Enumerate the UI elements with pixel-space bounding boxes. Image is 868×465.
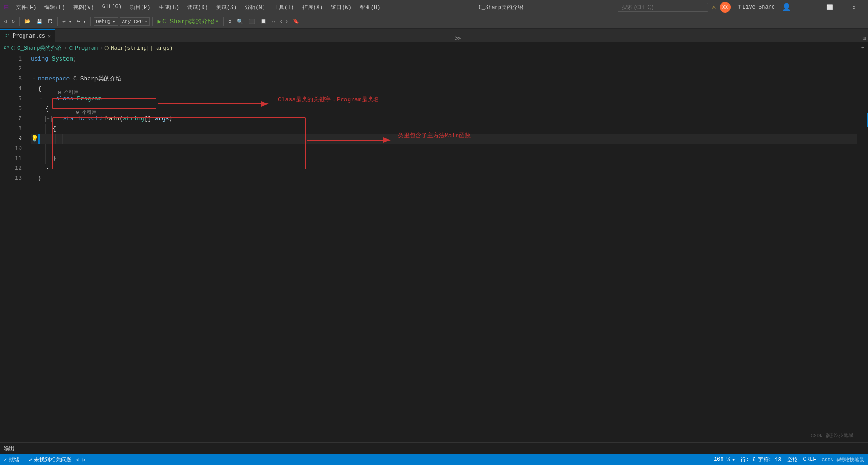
fold-method[interactable]: − — [45, 116, 52, 122]
menu-git[interactable]: Git(G) — [99, 2, 125, 13]
line-num-3: 3 — [0, 74, 22, 84]
line-numbers: 1 2 3 4 5 6 7 8 9 10 11 12 13 — [0, 54, 27, 442]
menu-build[interactable]: 生成(B) — [155, 2, 183, 13]
menu-file[interactable]: 文件(F) — [12, 2, 40, 13]
toolbar-save-all[interactable]: 🖫 — [46, 18, 55, 25]
code-line-7: 0 个引用 − static void Main ( string [] arg… — [31, 114, 857, 124]
toolbar-misc4[interactable]: 🔲 — [259, 18, 269, 25]
cpu-config-dropdown[interactable]: Any CPU ▾ — [120, 17, 150, 26]
line-num-1: 1 — [0, 54, 22, 64]
line-num-4: 4 — [0, 84, 22, 94]
kw-using: using — [31, 54, 48, 64]
status-ready[interactable]: ✓ 就绪 — [4, 456, 19, 464]
status-spaces[interactable]: 空格 — [787, 456, 798, 464]
expand-editor-button[interactable]: ⊞ — [861, 35, 868, 42]
breadcrumb-method[interactable]: ⬡ Main(string[] args) — [104, 45, 173, 52]
toolbar-bookmark[interactable]: 🔖 — [291, 18, 301, 25]
maximize-button[interactable]: ⬜ — [819, 0, 840, 14]
status-nav-prev[interactable]: ◁ — [75, 456, 79, 463]
breadcrumb-expand[interactable]: + — [861, 45, 864, 52]
menu-help[interactable]: 帮助(H) — [356, 2, 384, 13]
param-args: args — [155, 114, 169, 124]
line-num-8: 8 — [0, 124, 22, 134]
namespace-icon: ⬡ — [11, 45, 15, 52]
toolbar-misc6[interactable]: ⟺ — [278, 18, 289, 25]
toolbar-forward[interactable]: ▷ — [10, 18, 17, 25]
tab-scroll-right[interactable]: ≫ — [453, 34, 463, 42]
menu-window[interactable]: 窗口(W) — [327, 2, 355, 13]
indent-l1h — [31, 154, 38, 164]
avatar: XX — [720, 2, 731, 13]
menu-project[interactable]: 项目(P) — [126, 2, 154, 13]
menu-test[interactable]: 测试(S) — [212, 2, 241, 13]
play-icon: ▶ — [157, 18, 161, 25]
fold-namespace[interactable]: − — [31, 76, 37, 82]
indent-l3b — [55, 134, 62, 144]
fold-class[interactable]: − — [38, 96, 44, 102]
tab-program-cs[interactable]: C# Program.cs ✕ — [0, 29, 55, 42]
run-button[interactable]: ▶ C_Sharp类的介绍 ▾ — [156, 17, 221, 27]
col-label: 字符: 13 — [758, 456, 782, 464]
tab-close-button[interactable]: ✕ — [48, 33, 51, 39]
menu-analyze[interactable]: 分析(N) — [241, 2, 269, 13]
toolbar-save[interactable]: 💾 — [34, 18, 44, 25]
check-icon: ✔ — [29, 456, 32, 463]
lightbulb-icon[interactable]: 💡 — [31, 134, 38, 144]
menu-bar: 文件(F) 编辑(E) 视图(V) Git(G) 项目(P) 生成(B) 调试(… — [12, 2, 384, 13]
row-label: 行: 9 — [741, 456, 756, 464]
indent-l2e — [38, 144, 45, 154]
search-input[interactable] — [618, 3, 708, 12]
encoding-label: CRLF — [803, 456, 816, 463]
output-label[interactable]: 输出 — [4, 445, 14, 452]
code-line-6: { — [31, 104, 857, 114]
status-errors[interactable]: ✔ 未找到相关问题 — [29, 456, 72, 464]
breadcrumb-namespace[interactable]: ⬡ C_Sharp类的介绍 — [11, 44, 61, 52]
toolbar-misc5[interactable]: ↔ — [270, 18, 277, 25]
debug-config-dropdown[interactable]: Debug ▾ — [94, 17, 118, 26]
minimize-button[interactable]: — — [795, 0, 816, 14]
indent-l1 — [31, 84, 38, 94]
menu-debug[interactable]: 调试(D) — [184, 2, 212, 13]
indent-l1i — [31, 164, 38, 174]
status-encoding[interactable]: CRLF — [803, 456, 816, 463]
indent-l2d — [48, 134, 55, 144]
code-line-3: − namespace C_Sharp类的介绍 — [31, 74, 857, 84]
menu-view[interactable]: 视图(V) — [70, 2, 98, 13]
vs-logo: ⊞ — [4, 2, 9, 12]
sep2 — [57, 17, 58, 26]
warning-icon: ⚠ — [712, 3, 716, 12]
line-num-9: 9 — [0, 134, 22, 144]
share-icon: ⤴ — [738, 4, 741, 11]
indent-l2c — [38, 124, 45, 134]
window-title: C_Sharp类的介绍 — [384, 4, 618, 11]
toolbar-open[interactable]: 📂 — [23, 18, 33, 25]
menu-extensions[interactable]: 扩展(X) — [299, 2, 327, 13]
status-zoom[interactable]: 166 % ▾ — [714, 456, 735, 463]
live-share-button[interactable]: ⤴ Live Share — [734, 2, 778, 13]
menu-edit[interactable]: 编辑(E) — [41, 2, 69, 13]
toolbar-misc1[interactable]: ⚙ — [226, 18, 233, 25]
run-arrow: ▾ — [215, 18, 219, 25]
menu-tools[interactable]: 工具(T) — [270, 2, 298, 13]
ref-count-method: 0 个引用 — [76, 108, 97, 117]
main-content: 1 2 3 4 5 6 7 8 9 10 11 12 13 using Syst… — [0, 54, 868, 442]
status-sep1 — [24, 455, 24, 464]
status-watermark: CSDN @想吃技地鼠 — [821, 456, 864, 463]
line-num-5: 5 — [0, 94, 22, 104]
code-line-1: using System ; — [31, 54, 857, 64]
code-editor[interactable]: using System ; − namespace C_Sharp类的介绍 { — [27, 54, 861, 442]
indent-l2f — [38, 154, 45, 164]
text-cursor — [70, 135, 70, 142]
toolbar-misc2[interactable]: 🔍 — [235, 18, 245, 25]
breadcrumb-sep2: › — [99, 45, 103, 52]
breadcrumb-class[interactable]: ⬡ Program — [69, 45, 98, 52]
status-row-col[interactable]: 行: 9 字符: 13 — [741, 456, 781, 464]
toolbar-redo[interactable]: ↪ ▾ — [75, 18, 88, 25]
toolbar-undo[interactable]: ↩ ▾ — [61, 18, 73, 25]
status-nav-next[interactable]: ▷ — [83, 456, 86, 463]
toolbar-misc3[interactable]: ⬛ — [247, 18, 257, 25]
toolbar-back[interactable]: ◁ — [2, 18, 9, 25]
indent-l2g — [38, 164, 45, 174]
close-button[interactable]: ✕ — [844, 0, 864, 14]
title-controls: ⚠ XX ⤴ Live Share 👤 — ⬜ ✕ — [618, 0, 864, 14]
